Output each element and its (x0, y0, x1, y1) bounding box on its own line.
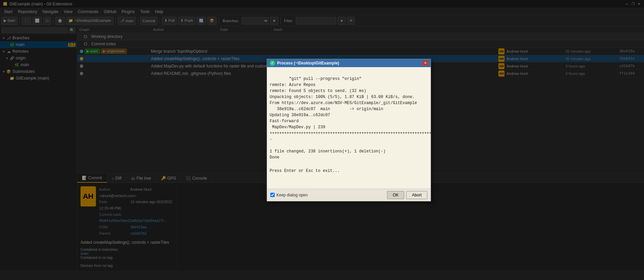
keep-dialog-open-label: Keep dialog open (276, 193, 308, 197)
dialog-title: Process (~\Desktop\GitExample) (277, 61, 339, 65)
terminal-output[interactable]: "git" pull --progress "origin" remote: A… (267, 67, 431, 189)
dialog-footer-left: Keep dialog open (270, 193, 385, 197)
terminal-cursor: Press Enter or Esc to exit... (270, 162, 428, 174)
process-dialog: ✓ Process (~\Desktop\GitExample) ✕ "git"… (267, 59, 431, 201)
dialog-check-icon: ✓ (270, 60, 275, 66)
abort-btn[interactable]: Abort (406, 191, 427, 199)
terminal-output-text: "git" pull --progress "origin" remote: A… (270, 77, 431, 160)
keep-dialog-open-checkbox[interactable] (270, 193, 275, 197)
dialog-close-btn[interactable]: ✕ (423, 60, 428, 66)
dialog-titlebar: ✓ Process (~\Desktop\GitExample) ✕ (267, 59, 431, 67)
dialog-overlay[interactable]: ✓ Process (~\Desktop\GitExample) ✕ "git"… (0, 0, 644, 280)
dialog-body: "git" pull --progress "origin" remote: A… (267, 67, 431, 189)
dialog-titlebar-left: ✓ Process (~\Desktop\GitExample) (270, 60, 339, 66)
ok-btn[interactable]: OK (387, 191, 404, 199)
dialog-footer: Keep dialog open OK Abort (267, 189, 431, 201)
